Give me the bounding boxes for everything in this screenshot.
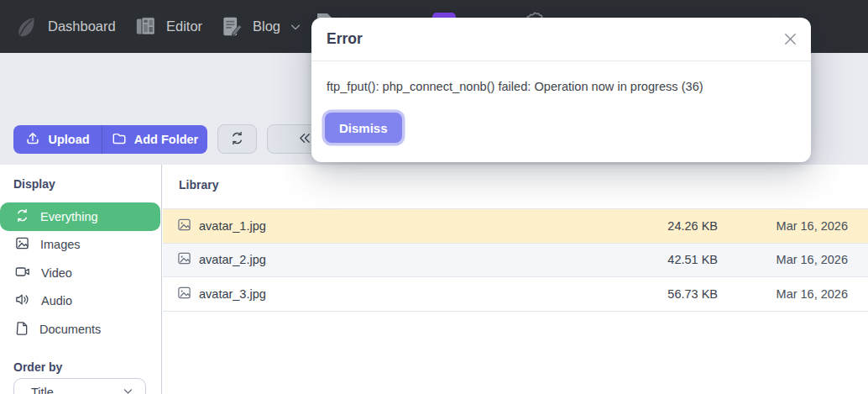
image-icon: [15, 236, 29, 253]
sidebar: Display Everything Images Video: [0, 165, 162, 394]
upload-label: Upload: [48, 133, 89, 146]
sidebar-item-label: Images: [40, 238, 81, 251]
refresh-icon: [230, 131, 244, 148]
sidebar-item-label: Documents: [39, 323, 101, 336]
library-title: Library: [179, 178, 218, 192]
sidebar-item-everything[interactable]: Everything: [0, 202, 160, 231]
chevron-down-icon: [123, 386, 133, 394]
file-name: avatar_3.jpg: [199, 287, 634, 301]
table-row-avatar-1[interactable]: avatar_1.jpg 24.26 KB Mar 16, 2026: [163, 209, 868, 244]
nav-label-editor: Editor: [166, 18, 202, 34]
blog-pencil-icon: [221, 15, 243, 38]
sidebar-item-video[interactable]: Video: [0, 259, 162, 287]
order-by-select[interactable]: Title: [13, 378, 146, 394]
modal-header-divider: [311, 60, 811, 61]
display-filter-list: Everything Images Video Audio: [0, 202, 162, 344]
double-chevron-left-icon: [297, 132, 313, 147]
video-icon: [15, 265, 30, 281]
image-file-icon: [177, 251, 191, 268]
add-folder-button[interactable]: Add Folder: [102, 125, 207, 154]
file-name: avatar_2.jpg: [199, 253, 634, 266]
image-file-icon: [177, 218, 191, 234]
upload-icon: [25, 131, 40, 149]
file-date: Mar 16, 2026: [718, 219, 848, 233]
file-size: 24.26 KB: [634, 219, 718, 233]
image-file-icon: [177, 286, 191, 302]
file-size: 42.51 KB: [634, 253, 718, 266]
error-message: ftp_fput(): php_connect_nonb() failed: O…: [327, 80, 703, 93]
library-panel: Library avatar_1.jpg 24.26 KB Mar 16, 20…: [163, 165, 868, 394]
table-row-avatar-2[interactable]: avatar_2.jpg 42.51 KB Mar 16, 2026: [163, 244, 868, 278]
file-name: avatar_1.jpg: [199, 219, 634, 233]
add-folder-label: Add Folder: [134, 133, 199, 146]
order-by-label: Order by: [13, 360, 62, 374]
document-icon: [15, 321, 29, 338]
sidebar-item-documents[interactable]: Documents: [0, 315, 162, 344]
display-section-label: Display: [13, 177, 55, 191]
leaf-logo-icon: [13, 14, 39, 39]
order-by-value: Title: [31, 386, 54, 394]
file-date: Mar 16, 2026: [718, 287, 848, 301]
nav-item-blog[interactable]: Blog: [221, 0, 301, 53]
nav-item-editor[interactable]: Editor: [134, 0, 202, 53]
upload-button[interactable]: Upload: [13, 125, 102, 154]
nav-label-dashboard: Dashboard: [48, 18, 116, 34]
nav-label-blog: Blog: [253, 18, 280, 34]
sidebar-item-audio[interactable]: Audio: [0, 287, 162, 316]
editor-icon: [134, 15, 157, 38]
file-size: 56.73 KB: [634, 287, 718, 301]
close-icon[interactable]: [779, 28, 801, 50]
sidebar-item-images[interactable]: Images: [0, 231, 162, 260]
folder-icon: [112, 131, 127, 149]
error-modal: Error ftp_fput(): php_connect_nonb() fai…: [311, 18, 811, 162]
file-date: Mar 16, 2026: [718, 253, 848, 266]
refresh-button[interactable]: [217, 124, 257, 154]
sidebar-item-label: Everything: [40, 210, 98, 223]
audio-icon: [15, 292, 30, 309]
content-area: Display Everything Images Video: [0, 165, 868, 394]
nav-item-dashboard[interactable]: Dashboard: [13, 0, 116, 53]
file-table: avatar_1.jpg 24.26 KB Mar 16, 2026 avata…: [163, 208, 868, 312]
modal-title: Error: [327, 30, 363, 48]
dismiss-button[interactable]: Dismiss: [325, 113, 402, 143]
sidebar-item-label: Video: [41, 266, 72, 280]
sidebar-item-label: Audio: [41, 294, 72, 307]
table-row-avatar-3[interactable]: avatar_3.jpg 56.73 KB Mar 16, 2026: [163, 277, 868, 312]
chevron-down-icon: [290, 21, 301, 33]
recycle-icon: [15, 208, 29, 225]
